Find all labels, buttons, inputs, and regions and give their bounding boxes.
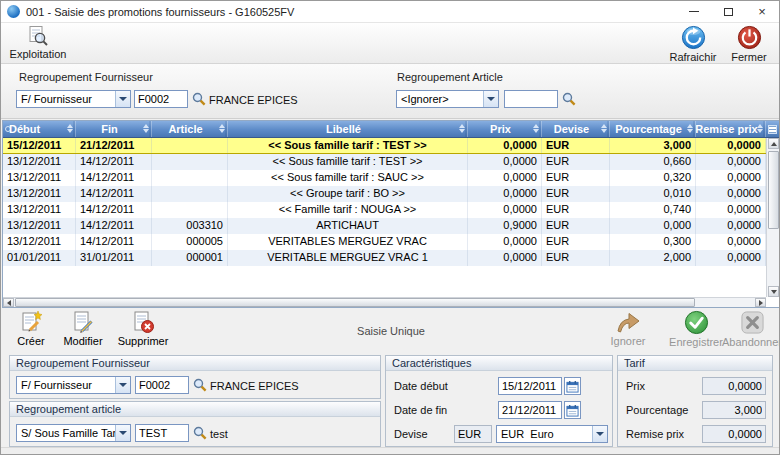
sort-icon[interactable] [219,124,225,133]
table-cell: 0,0000 [468,234,542,250]
currency-select[interactable]: EUR Euro [496,425,608,443]
detail-article-type-select[interactable]: S/ Sous Famille Tarif [16,424,131,442]
vertical-scrollbar[interactable] [766,138,779,297]
vertical-scroll-thumb[interactable] [768,151,779,229]
table-row[interactable]: 15/12/201121/12/2011<< Sous famille tari… [3,138,766,154]
column-chooser-button[interactable] [766,121,779,138]
table-cell: 31/01/2011 [76,250,152,266]
article-code-input[interactable] [504,90,558,108]
column-header[interactable]: Libellé [228,121,468,137]
table-cell: 13/12/2011 [3,234,76,250]
detail-article-lookup-icon[interactable] [193,426,207,440]
column-header[interactable]: Remise prix [696,121,766,137]
chevron-down-icon[interactable] [483,91,498,107]
column-header[interactable]: Fin [76,121,152,137]
table-cell: 14/12/2011 [76,154,152,170]
table-cell: 21/12/2011 [76,138,152,153]
currency-label: Devise [394,428,428,440]
detail-article-code-input[interactable] [135,424,189,442]
detail-article-group: Regroupement article S/ Sous Famille Tar… [9,401,381,447]
status-bar [1,447,780,454]
sort-icon[interactable] [67,124,73,133]
chevron-down-icon[interactable] [115,425,130,441]
date-start-input[interactable] [498,377,562,395]
characteristics-group: Caractéristiques Date début Date de fin [385,355,613,447]
column-header[interactable]: Pourcentage [610,121,696,137]
detail-fournisseur-lookup-icon[interactable] [193,378,207,392]
table-row[interactable]: 01/01/201131/01/2011000001VERITABLE MERG… [3,250,766,266]
column-header[interactable]: Prix [468,121,542,137]
table-cell: << Sous famille tarif : SAUC >> [228,170,468,186]
promotions-grid: DébutFinArticleLibelléPrixDevisePourcent… [2,120,780,308]
maximize-button[interactable] [711,1,745,22]
app-window: 001 - Saisie des promotions fournisseurs… [0,0,780,455]
horizontal-scroll-thumb[interactable] [15,298,695,307]
chevron-down-icon[interactable] [592,426,607,442]
table-row[interactable]: 13/12/201114/12/2011<< Groupe tarif : BO… [3,186,766,202]
exploitation-button[interactable]: Exploitation [5,25,71,60]
ignore-arrow-icon [615,310,641,334]
table-cell: 0,0000 [696,202,766,218]
detail-fournisseur-code-input[interactable] [135,376,189,394]
cancel-button[interactable]: Abandonner [725,310,779,348]
table-cell: 13/12/2011 [3,202,76,218]
table-row[interactable]: 13/12/201114/12/2011<< Sous famille tari… [3,170,766,186]
fournisseur-code-input[interactable] [134,90,188,108]
refresh-label: Rafraichir [669,51,716,63]
minimize-button[interactable] [677,1,711,22]
scroll-right-button[interactable] [755,298,766,307]
sort-icon[interactable] [687,124,693,133]
exploitation-search-icon [27,25,49,47]
close-app-button[interactable]: Fermer [727,25,771,63]
currency-code-input[interactable] [454,425,492,443]
close-button[interactable]: × [745,1,779,22]
column-header[interactable]: Article [152,121,228,137]
column-header[interactable]: Devise [542,121,610,137]
table-cell: 3,000 [610,138,696,153]
scroll-down-button[interactable] [768,286,779,297]
table-row[interactable]: 13/12/201114/12/2011<< Famille tarif : N… [3,202,766,218]
table-row[interactable]: 13/12/201114/12/2011003310ARTICHAUT0,900… [3,218,766,234]
table-row[interactable]: 13/12/201114/12/2011000005VERITABLES MER… [3,234,766,250]
table-cell: << Sous famille tarif : TEST >> [228,138,468,153]
horizontal-scrollbar[interactable] [3,297,766,307]
window-title: 001 - Saisie des promotions fournisseurs… [26,6,294,18]
titlebar: 001 - Saisie des promotions fournisseurs… [1,1,779,23]
table-row[interactable]: 13/12/201114/12/2011<< Sous famille tari… [3,154,766,170]
fournisseur-lookup-icon[interactable] [192,92,206,106]
price-input[interactable] [702,377,766,395]
save-button[interactable]: Enregistrer [667,310,725,348]
sort-icon[interactable] [143,124,149,133]
ignore-button[interactable]: Ignorer [605,310,651,347]
detail-fournisseur-type-select[interactable]: F/ Fournisseur [16,376,131,394]
discount-input[interactable] [702,425,766,443]
date-end-calendar-button[interactable] [564,401,581,419]
chevron-down-icon[interactable] [115,377,130,393]
date-start-label: Date début [394,380,448,392]
sort-icon[interactable] [757,124,763,133]
date-start-calendar-button[interactable] [564,377,581,395]
close-app-label: Fermer [731,51,766,63]
sort-icon[interactable] [459,124,465,133]
table-cell: << Sous famille tarif : TEST >> [228,154,468,170]
column-header[interactable]: Début [3,121,76,137]
sort-icon[interactable] [533,124,539,133]
tarif-group: Tarif Prix Pourcentage Remise prix [617,355,773,447]
table-cell: 0,0000 [468,202,542,218]
table-cell: 2,000 [610,250,696,266]
sort-icon[interactable] [601,124,607,133]
app-icon [7,5,20,18]
article-lookup-icon[interactable] [562,92,576,106]
percentage-input[interactable] [702,401,766,419]
fournisseur-type-select[interactable]: F/ Fournisseur [16,90,131,108]
chevron-down-icon[interactable] [115,91,130,107]
table-cell: EUR [542,218,610,234]
ignore-label: Ignorer [611,335,646,347]
scroll-up-button[interactable] [768,138,779,149]
date-end-input[interactable] [498,401,562,419]
article-type-select[interactable]: <Ignorer> [396,90,499,108]
table-cell: 0,320 [610,170,696,186]
scroll-left-button[interactable] [3,298,14,307]
table-cell: 15/12/2011 [3,138,76,153]
refresh-button[interactable]: Rafraichir [665,25,721,63]
